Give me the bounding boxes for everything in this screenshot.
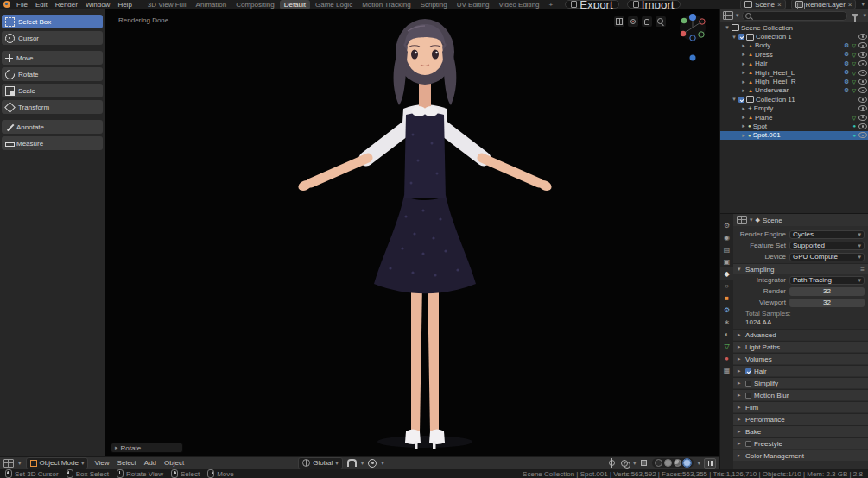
menu-view[interactable]: View (92, 459, 111, 467)
visibility-eye-icon[interactable] (858, 34, 867, 40)
outliner-row-collection-11[interactable]: ▾ Collection 11 (720, 95, 868, 104)
snap-options-icon[interactable]: ▾ (361, 460, 364, 467)
tool-scale[interactable]: Scale (2, 84, 103, 97)
workspace-tab-animation[interactable]: Animation (192, 0, 231, 9)
panel-motion-blur[interactable]: ▸ Motion Blur (733, 389, 868, 400)
disclosure-icon[interactable]: ▾ (725, 24, 730, 31)
outliner-row-empty[interactable]: ▸ + Empty (720, 104, 868, 113)
view-layer-dropdown-icon[interactable]: ▾ (861, 1, 865, 8)
menu-window[interactable]: Window (84, 1, 111, 9)
tool-measure[interactable]: Measure (2, 136, 103, 150)
properties-tab-physics[interactable]: ◐ (720, 328, 733, 340)
collection-name[interactable]: Collection 1 (756, 33, 792, 41)
light-data-icon[interactable]: ● (852, 123, 856, 129)
shading-options-icon[interactable]: ▾ (697, 460, 700, 467)
unlink-scene-icon[interactable]: × (777, 1, 782, 9)
mesh-data-icon[interactable]: ▽ (852, 42, 856, 48)
modifier-wrench-icon[interactable]: ⚙ (844, 69, 849, 76)
visibility-eye-icon[interactable] (858, 70, 867, 76)
visibility-eye-icon[interactable] (858, 132, 867, 138)
disclosure-icon[interactable]: ▸ (741, 87, 746, 94)
visibility-eye-icon[interactable] (858, 42, 867, 48)
rendered-shading-icon[interactable] (683, 459, 691, 467)
device-dropdown[interactable]: GPU Compute▾ (789, 253, 865, 261)
collection-checkbox[interactable] (738, 34, 744, 40)
properties-tab-view-layer[interactable]: ▣ (720, 255, 733, 267)
camera-view-icon[interactable] (628, 16, 638, 27)
mesh-data-icon[interactable]: ▽ (852, 79, 856, 85)
object-name[interactable]: High_Heel_L (755, 69, 795, 77)
visibility-eye-icon[interactable] (858, 123, 867, 129)
properties-editor-dropdown-icon[interactable]: ▾ (750, 217, 753, 223)
workspace-tab-default[interactable]: Default (280, 0, 310, 9)
panel-light-paths[interactable]: ▸ Light Paths (733, 341, 868, 352)
workspace-tab-scripting[interactable]: Scripting (416, 0, 452, 9)
visibility-eye-icon[interactable] (858, 115, 867, 121)
editor-type-icon[interactable] (3, 459, 14, 468)
menu-help[interactable]: Help (116, 1, 133, 9)
modifier-wrench-icon[interactable]: ⚙ (844, 87, 849, 94)
zoom-view-icon[interactable] (656, 16, 666, 27)
properties-tab-texture[interactable]: ▦ (720, 364, 733, 376)
feature-set-dropdown[interactable]: Supported▾ (789, 242, 865, 250)
tool-move[interactable]: Move (2, 51, 103, 65)
light-data-icon[interactable]: ● (852, 133, 856, 138)
snap-magnet-icon[interactable] (347, 459, 357, 467)
blender-logo-icon[interactable] (3, 1, 10, 8)
expand-panel-icon[interactable]: ▸ (115, 444, 118, 451)
visibility-eye-icon[interactable] (858, 52, 867, 58)
render-engine-dropdown[interactable]: Cycles▾ (789, 230, 865, 239)
proportional-options-icon[interactable]: ▾ (381, 460, 384, 467)
3d-viewport[interactable]: Select Box Cursor Move Rotate Scale Tr (0, 9, 719, 456)
outliner-row-high-heel-r[interactable]: ▸ ▲ High_Heel_R ⚙▽ (720, 77, 868, 85)
operator-redo-panel[interactable]: ▸ Rotate (111, 443, 183, 453)
viewport-samples-slider[interactable]: 32 (789, 299, 865, 307)
modifier-wrench-icon[interactable]: ⚙ (844, 60, 849, 67)
panel-volumes[interactable]: ▸ Volumes (733, 353, 868, 364)
object-name[interactable]: Body (755, 41, 770, 49)
grid-ortho-icon[interactable] (614, 16, 624, 27)
visibility-eye-icon[interactable] (858, 87, 867, 93)
panel-simplify[interactable]: ▸ Simplify (733, 377, 868, 388)
hair-checkbox[interactable] (745, 368, 751, 374)
outliner-row-dress[interactable]: ▸ ▲ Dress ⚙▽ (720, 50, 868, 59)
outliner-row-spot-001[interactable]: ▸ ● Spot.001 ● (720, 131, 868, 140)
overlays-options-icon[interactable]: ▾ (633, 460, 637, 467)
editor-type-dropdown-icon[interactable]: ▾ (18, 460, 22, 467)
outliner-search-input[interactable] (742, 11, 848, 21)
simplify-checkbox[interactable] (745, 381, 751, 387)
render-samples-slider[interactable]: 32 (789, 287, 865, 296)
mesh-data-icon[interactable]: ▽ (852, 70, 856, 76)
object-name[interactable]: Spot (753, 123, 767, 130)
panel-sampling[interactable]: ▾ Sampling ≡ (733, 263, 868, 274)
panel-hair[interactable]: ▸ Hair (733, 365, 868, 376)
menu-select[interactable]: Select (116, 459, 138, 467)
workspace-tab-3d-view-full[interactable]: 3D View Full (143, 0, 191, 9)
mesh-data-icon[interactable]: ▽ (852, 115, 856, 121)
object-name[interactable]: Dress (755, 51, 773, 59)
workspace-tab-uv-editing[interactable]: UV Editing (453, 0, 494, 9)
object-name[interactable]: Empty (754, 104, 774, 112)
properties-tab-particles[interactable]: ∗ (720, 316, 733, 328)
xray-toggle-icon[interactable] (639, 458, 649, 468)
disclosure-icon[interactable]: ▸ (741, 60, 746, 67)
disclosure-icon[interactable]: ▸ (741, 42, 746, 49)
mesh-data-icon[interactable]: ▽ (852, 52, 856, 58)
overlays-toggle-icon[interactable] (620, 458, 630, 468)
pan-view-icon[interactable] (642, 16, 652, 27)
modifier-wrench-icon[interactable]: ⚙ (844, 51, 849, 58)
outliner-row-body[interactable]: ▸ ▲ Body ⚙▽ (720, 41, 868, 50)
collection-name[interactable]: Collection 11 (756, 96, 795, 104)
properties-tab-output[interactable]: ▤ (720, 243, 733, 255)
orientation-dropdown[interactable]: Global ▾ (298, 457, 343, 469)
tool-annotate[interactable]: Annotate (2, 120, 103, 134)
outliner-row-collection-1[interactable]: ▾ Collection 1 (720, 32, 868, 41)
visibility-eye-icon[interactable] (858, 97, 867, 103)
disclosure-icon[interactable]: ▸ (741, 51, 746, 58)
import-button[interactable]: Import (627, 0, 681, 9)
solid-shading-icon[interactable] (664, 459, 672, 467)
wireframe-shading-icon[interactable] (655, 459, 662, 467)
tool-cursor[interactable]: Cursor (2, 31, 103, 45)
properties-tab-object-data[interactable]: ▽ (720, 340, 733, 352)
disclosure-icon[interactable]: ▸ (741, 79, 746, 85)
